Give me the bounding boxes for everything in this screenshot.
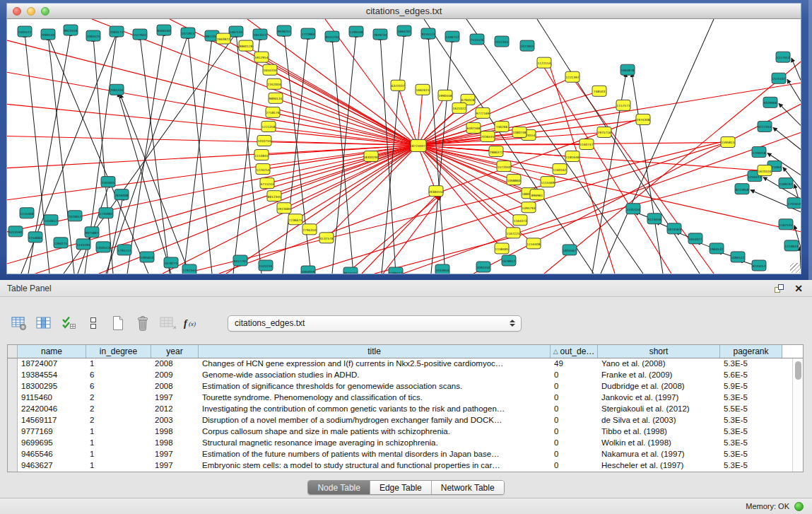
cell-short[interactable]: Tibbo et al. (1998) (598, 426, 720, 438)
cell-year[interactable]: 2008 (151, 381, 199, 392)
cell-pagerank[interactable]: 5.3E-5 (720, 392, 782, 404)
cell-title[interactable]: Estimation of significance thresholds fo… (199, 381, 551, 392)
function-icon[interactable]: f(x) (183, 314, 201, 332)
cell-title[interactable]: Disruption of a novel member of a sodium… (199, 415, 551, 426)
column-header-year[interactable]: year (151, 345, 199, 358)
cell-out_degree[interactable]: 49 (551, 358, 598, 370)
cell-in_degree[interactable]: 6 (86, 370, 151, 381)
table-row[interactable]: 1456911722003Disruption of a novel membe… (8, 415, 803, 426)
cell-year[interactable]: 2009 (151, 370, 199, 381)
cell-year[interactable]: 2012 (151, 404, 199, 415)
cell-in_degree[interactable]: 1 (86, 460, 151, 472)
cell-in_degree[interactable]: 6 (86, 381, 151, 392)
cell-year[interactable]: 1997 (151, 392, 199, 404)
cell-title[interactable]: Embryonic stem cells: a model to study s… (199, 460, 551, 472)
cell-pagerank[interactable]: 5.3E-5 (720, 415, 782, 426)
cell-name[interactable]: 18300295 (18, 381, 86, 392)
cell-in_degree[interactable]: 1 (86, 358, 151, 370)
cell-in_degree[interactable]: 1 (86, 426, 151, 438)
column-header-pagerank[interactable]: pagerank (720, 345, 782, 358)
resize-grip[interactable] (790, 263, 800, 273)
cell-year[interactable]: 1998 (151, 426, 199, 438)
cell-pagerank[interactable]: 5.5E-5 (720, 404, 782, 415)
cell-title[interactable]: Investigating the contribution of common… (199, 404, 551, 415)
cell-short[interactable]: Dudbridge et al. (2008) (598, 381, 720, 392)
column-header-out_degree[interactable]: △out_de… (551, 345, 598, 358)
table-row[interactable]: 946554611997Estimation of the future num… (8, 449, 803, 460)
cell-pagerank[interactable]: 5.6E-5 (720, 370, 782, 381)
citation-graph[interactable]: 2405572206914089234561065525208317115276… (7, 19, 801, 274)
close-window-icon[interactable] (13, 7, 21, 16)
cell-year[interactable]: 2003 (151, 415, 199, 426)
cell-out_degree[interactable]: 0 (551, 438, 598, 449)
cell-short[interactable]: Stergiakouli et al. (2012) (598, 404, 720, 415)
cell-in_degree[interactable]: 2 (86, 415, 151, 426)
tab-node-table[interactable]: Node Table (308, 481, 370, 494)
scrollbar-thumb[interactable] (795, 361, 801, 380)
cell-short[interactable]: de Silva et al. (2003) (598, 415, 720, 426)
new-document-icon[interactable] (109, 314, 127, 332)
cell-pagerank[interactable]: 5.9E-5 (720, 381, 782, 392)
cell-pagerank[interactable]: 5.3E-5 (720, 449, 782, 460)
cell-name[interactable]: 9463627 (18, 460, 86, 472)
cell-title[interactable]: Estimation of the future numbers of pati… (199, 449, 551, 460)
cell-out_degree[interactable]: 0 (551, 426, 598, 438)
cell-in_degree[interactable]: 2 (86, 404, 151, 415)
cell-short[interactable]: Franke et al. (2009) (598, 370, 720, 381)
cell-out_degree[interactable]: 0 (551, 449, 598, 460)
cell-name[interactable]: 9465546 (18, 449, 86, 460)
cell-short[interactable]: Nakamura et al. (1997) (598, 449, 720, 460)
cell-out_degree[interactable]: 0 (551, 404, 598, 415)
cell-name[interactable]: 19384554 (18, 370, 86, 381)
cell-name[interactable]: 22420046 (18, 404, 86, 415)
table-selector[interactable]: citations_edges.txt (228, 315, 522, 332)
row-mode-icon[interactable] (84, 314, 102, 332)
cell-name[interactable]: 9699695 (18, 438, 86, 449)
table-row[interactable]: 1872400712008Changes of HCN gene express… (8, 358, 803, 370)
column-header-short[interactable]: short (598, 345, 720, 358)
cell-title[interactable]: Structural magnetic resonance image aver… (199, 438, 551, 449)
table-settings-icon[interactable] (10, 314, 28, 332)
delete-table-icon[interactable] (134, 314, 152, 332)
table-row[interactable]: 969969511998Structural magnetic resonanc… (8, 438, 803, 449)
cell-title[interactable]: Changes of HCN gene expression and I(f) … (199, 358, 551, 370)
minimize-window-icon[interactable] (27, 7, 35, 16)
network-canvas[interactable]: 2405572206914089234561065525208317115276… (7, 19, 801, 274)
zoom-window-icon[interactable] (41, 7, 49, 16)
cell-out_degree[interactable]: 0 (551, 392, 598, 404)
cell-name[interactable]: 9777169 (18, 426, 86, 438)
cell-name[interactable]: 14569117 (18, 415, 86, 426)
tab-edge-table[interactable]: Edge Table (370, 481, 432, 494)
cell-name[interactable]: 9115460 (18, 392, 86, 404)
cell-year[interactable]: 1997 (151, 449, 199, 460)
cell-name[interactable]: 18724007 (18, 358, 86, 370)
cell-year[interactable]: 1997 (151, 460, 199, 472)
cell-short[interactable]: Yano et al. (2008) (598, 358, 720, 370)
table-row[interactable]: 911546021997Tourette syndrome. Phenomeno… (8, 392, 803, 404)
cell-year[interactable]: 1998 (151, 438, 199, 449)
column-header-in_degree[interactable]: in_degree (86, 345, 151, 358)
cell-short[interactable]: Hescheler et al. (1997) (598, 460, 720, 472)
delete-column-icon[interactable]: ✕ (158, 314, 177, 332)
table-row[interactable]: 977716911998Corpus callosum shape and si… (8, 426, 803, 438)
cell-short[interactable]: Jankovic et al. (1997) (598, 392, 720, 404)
show-columns-icon[interactable] (35, 314, 53, 332)
cell-in_degree[interactable]: 2 (86, 392, 151, 404)
float-window-icon[interactable] (772, 283, 785, 294)
cell-in_degree[interactable]: 1 (86, 438, 151, 449)
cell-short[interactable]: Wolkin et al. (1998) (598, 438, 720, 449)
table-row[interactable]: 1938455462009Genome-wide association stu… (8, 370, 803, 381)
cell-title[interactable]: Corpus callosum shape and size in male p… (199, 426, 551, 438)
table-row[interactable]: 946362711997Embryonic stem cells: a mode… (8, 460, 803, 472)
close-panel-icon[interactable]: ✕ (792, 283, 805, 294)
cell-pagerank[interactable]: 5.3E-5 (720, 358, 782, 370)
cell-out_degree[interactable]: 0 (551, 381, 598, 392)
table-scrollbar[interactable] (792, 358, 803, 472)
network-window-titlebar[interactable]: citations_edges.txt (7, 4, 801, 19)
cell-out_degree[interactable]: 0 (551, 460, 598, 472)
cell-out_degree[interactable]: 0 (551, 415, 598, 426)
cell-pagerank[interactable]: 5.3E-5 (720, 438, 782, 449)
cell-in_degree[interactable]: 1 (86, 449, 151, 460)
cell-pagerank[interactable]: 5.3E-5 (720, 460, 782, 472)
column-header-title[interactable]: title (199, 345, 551, 358)
